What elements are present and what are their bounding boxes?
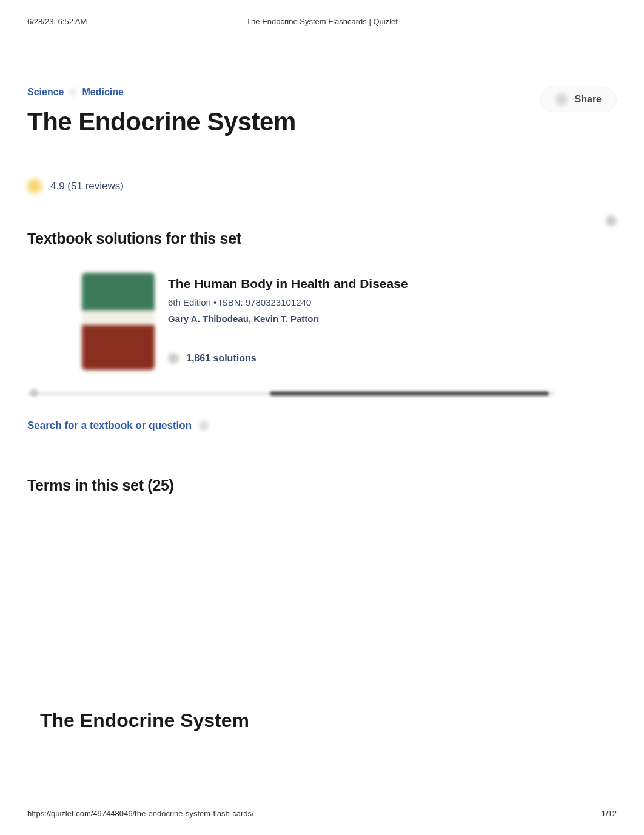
breadcrumb-medicine[interactable]: Medicine [82, 87, 123, 98]
textbook-cover [82, 273, 155, 370]
textbook-heading: Textbook solutions for this set [27, 230, 241, 247]
print-footer: https://quizlet.com/497448046/the-endocr… [27, 809, 617, 818]
star-icon [27, 179, 42, 193]
print-datetime: 6/28/23, 6:52 AM [27, 17, 87, 26]
chevron-right-icon [69, 88, 77, 96]
carousel-progress[interactable] [27, 392, 555, 395]
info-icon[interactable] [606, 215, 617, 226]
footer-url: https://quizlet.com/497448046/the-endocr… [27, 809, 254, 818]
search-textbook-link[interactable]: Search for a textbook or question [27, 420, 617, 432]
progress-fill [270, 391, 549, 396]
top-row: Science Medicine The Endocrine System Sh… [27, 87, 617, 136]
terms-heading: Terms in this set (25) [27, 477, 617, 494]
check-icon [168, 353, 179, 364]
breadcrumb: Science Medicine [27, 87, 296, 98]
footer-page-number: 1/12 [602, 809, 617, 818]
textbook-section-header: Textbook solutions for this set [27, 193, 617, 247]
breadcrumb-science[interactable]: Science [27, 87, 64, 98]
flashcard-title[interactable]: The Endocrine System [40, 709, 249, 732]
textbook-card[interactable]: The Human Body in Health and Disease 6th… [27, 273, 617, 370]
print-title: The Endocrine System Flashcards | Quizle… [246, 17, 398, 26]
solutions-count: 1,861 solutions [186, 353, 257, 364]
main-content: Science Medicine The Endocrine System Sh… [0, 26, 644, 494]
share-label: Share [575, 94, 602, 105]
page-title: The Endocrine System [27, 107, 296, 136]
share-button[interactable]: Share [540, 87, 617, 112]
rating-row[interactable]: 4.9 (51 reviews) [27, 179, 617, 193]
textbook-title: The Human Body in Health and Disease [168, 277, 408, 291]
print-header: 6/28/23, 6:52 AM The Endocrine System Fl… [0, 0, 644, 26]
rating-text: 4.9 (51 reviews) [50, 180, 124, 192]
progress-dot-icon [30, 389, 38, 397]
textbook-edition: 6th Edition • ISBN: 9780323101240 [168, 297, 408, 307]
textbook-info: The Human Body in Health and Disease 6th… [168, 273, 408, 370]
external-link-icon [199, 421, 209, 431]
textbook-authors: Gary A. Thibodeau, Kevin T. Patton [168, 314, 408, 324]
solutions-row: 1,861 solutions [168, 353, 408, 364]
share-icon [555, 93, 568, 106]
search-link-text[interactable]: Search for a textbook or question [27, 420, 192, 432]
